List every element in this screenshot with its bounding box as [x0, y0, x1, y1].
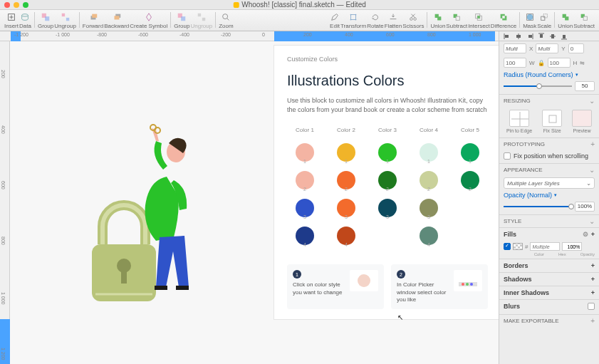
fill-hex-input[interactable]: [530, 242, 560, 251]
tool-difference[interactable]: Difference: [491, 12, 516, 29]
color-column: Color 3123: [370, 127, 405, 247]
color-column: Color 512: [452, 127, 488, 247]
instruction-2: 2 In Color Picker window select color yo…: [391, 264, 488, 309]
section-prototyping[interactable]: PROTOTYPING+: [499, 137, 599, 150]
instruction-2-thumb: [454, 270, 482, 291]
tool-intersect[interactable]: Intersect: [468, 12, 490, 29]
resize-pin-to-edge[interactable]: Pin to Edge: [506, 110, 532, 133]
tool-edit[interactable]: Edit: [330, 12, 340, 29]
opacity-link[interactable]: Opacity (Normal)▾: [499, 190, 599, 200]
section-resizing[interactable]: RESIZING⌄: [499, 94, 599, 107]
blur-checkbox[interactable]: [588, 303, 595, 310]
subsection-shadows[interactable]: Shadows+: [499, 272, 599, 286]
tool-group2[interactable]: Group: [174, 12, 189, 29]
tool-union2[interactable]: Union: [558, 12, 573, 29]
fill-swatch[interactable]: [513, 243, 523, 250]
tool-scissors[interactable]: Scissors: [402, 12, 424, 29]
fill-enabled-checkbox[interactable]: [504, 243, 511, 250]
align-center-h-icon[interactable]: [515, 33, 522, 40]
add-fill-icon[interactable]: +: [591, 231, 595, 238]
sketch-doc-icon: [233, 2, 239, 8]
svg-point-21: [350, 19, 352, 21]
subsection-borders[interactable]: Borders+: [499, 259, 599, 272]
svg-line-17: [227, 19, 229, 21]
tool-rotate[interactable]: Rotate: [367, 12, 384, 29]
close-window-icon[interactable]: [4, 2, 10, 8]
section-exportable[interactable]: MAKE EXPORTABLE+: [499, 314, 599, 327]
zoom-window-icon[interactable]: [23, 2, 28, 8]
color-column: Color 11234: [287, 127, 323, 247]
opacity-value[interactable]: 100%: [575, 202, 595, 212]
align-middle-icon[interactable]: [549, 33, 556, 40]
pos-x-input[interactable]: [504, 43, 526, 53]
svg-point-20: [355, 14, 357, 16]
svg-rect-29: [478, 16, 481, 19]
svg-point-47: [470, 283, 473, 286]
subsection-inner-shadows[interactable]: Inner Shadows+: [499, 286, 599, 299]
width-input[interactable]: [504, 58, 526, 68]
gear-icon[interactable]: ⚙: [583, 231, 588, 238]
svg-rect-62: [549, 115, 556, 123]
cursor-icon: ↖: [397, 313, 403, 321]
tool-create-symbol[interactable]: Create Symbol: [130, 12, 167, 29]
radius-slider[interactable]: [504, 85, 572, 87]
opacity-slider[interactable]: [504, 206, 572, 207]
tool-forward[interactable]: Forward: [83, 12, 103, 29]
svg-point-16: [223, 14, 228, 19]
svg-rect-41: [155, 286, 167, 290]
radius-link[interactable]: Radius (Round Corners)▾: [499, 70, 599, 80]
tool-zoom[interactable]: Zoom: [219, 12, 233, 29]
fill-opacity-input[interactable]: [562, 242, 582, 251]
svg-rect-49: [505, 35, 509, 38]
tool-data[interactable]: Data: [19, 12, 31, 29]
layer-style-select[interactable]: Multiple Layer Styles⌄: [504, 177, 595, 189]
tool-flatten[interactable]: Flatten: [385, 12, 402, 29]
tool-insert[interactable]: Insert: [4, 12, 19, 29]
svg-point-24: [410, 18, 413, 21]
svg-point-22: [355, 19, 357, 21]
svg-point-30: [526, 14, 533, 21]
inspector-panel: X Y W 🔒 H ⇋ Radius (Round Corners)▾ 50 R…: [499, 31, 599, 364]
subsection-fills[interactable]: Fills⚙+: [499, 227, 599, 241]
subsection-blurs[interactable]: Blurs: [499, 299, 599, 313]
artboard-customize-colors[interactable]: Customize Colors Illustrations Colors Us…: [274, 45, 499, 320]
section-appearance[interactable]: APPEARANCE⌄: [499, 163, 599, 176]
align-top-icon[interactable]: [538, 33, 545, 40]
tool-group[interactable]: Group: [38, 12, 53, 29]
tool-backward[interactable]: Backward: [104, 12, 129, 29]
height-input[interactable]: [548, 58, 571, 68]
panel-description: Use this block to customize all colors i…: [287, 96, 488, 114]
tool-ungroup[interactable]: Ungroup: [54, 12, 76, 29]
svg-rect-57: [551, 34, 554, 38]
tool-scale[interactable]: Scale: [537, 12, 551, 29]
svg-rect-53: [528, 35, 532, 38]
illustration-lock-person[interactable]: [85, 109, 213, 308]
pos-y-input[interactable]: [536, 43, 558, 53]
svg-rect-51: [516, 35, 521, 38]
alignment-toolbar[interactable]: [499, 31, 599, 41]
radius-value[interactable]: 50: [575, 81, 595, 91]
tool-subtract2[interactable]: Subtract: [573, 12, 595, 29]
rotate-input[interactable]: [568, 43, 584, 53]
instruction-1: 1 Click on color style you want to chang…: [287, 264, 384, 309]
svg-point-19: [350, 14, 352, 16]
lock-aspect-icon[interactable]: 🔒: [538, 60, 545, 66]
toolbar: Insert Data Group Ungroup Forward Backwa…: [0, 10, 599, 31]
canvas[interactable]: Customize Colors Illustrations Colors Us…: [10, 41, 499, 364]
tool-union[interactable]: Union: [430, 12, 445, 29]
tool-mask[interactable]: Mask: [523, 12, 536, 29]
svg-rect-9: [92, 14, 97, 18]
align-right-icon[interactable]: [526, 33, 533, 40]
section-style[interactable]: STYLE⌄: [499, 214, 599, 227]
flip-h-icon[interactable]: ⇋: [580, 60, 585, 66]
tool-transform[interactable]: Transform: [340, 12, 366, 29]
fix-position-option[interactable]: Fix position when scrolling: [499, 150, 599, 162]
align-left-icon[interactable]: [504, 33, 511, 40]
minimize-window-icon[interactable]: [14, 2, 19, 8]
svg-rect-15: [202, 18, 205, 21]
resize-fix-size[interactable]: Fix Size: [542, 110, 562, 133]
svg-rect-32: [541, 16, 545, 20]
align-bottom-icon[interactable]: [561, 33, 568, 40]
resize-preview[interactable]: Preview: [572, 110, 592, 133]
tool-subtract[interactable]: Subtract: [446, 12, 467, 29]
